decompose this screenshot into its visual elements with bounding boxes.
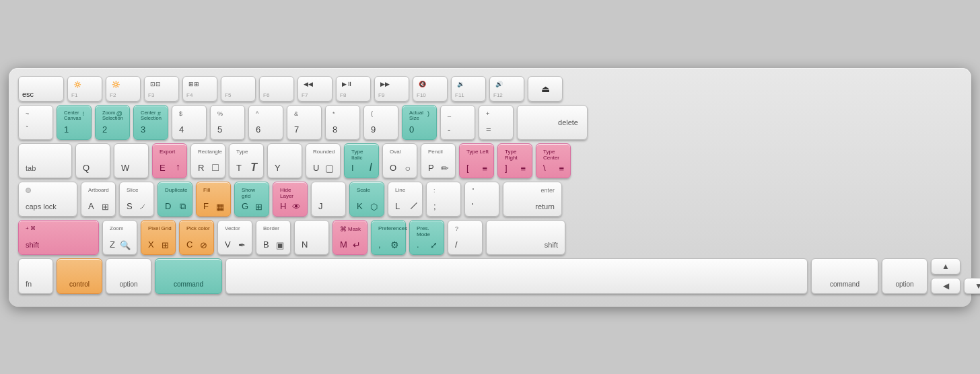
key-f3[interactable]: ⊡⊡ F3 xyxy=(144,76,179,102)
key-command-right[interactable]: command xyxy=(811,258,878,294)
key-slash[interactable]: ? / xyxy=(448,220,483,255)
key-f6[interactable]: F6 xyxy=(259,76,294,102)
key-k[interactable]: Scale K ⬡ xyxy=(349,182,384,217)
key-s[interactable]: Slice S ⟋ xyxy=(119,182,154,217)
key-equals[interactable]: + = xyxy=(479,105,514,140)
key-return[interactable]: enter return xyxy=(503,182,562,217)
key-bracket-right[interactable]: Type Right ] ≡ xyxy=(497,143,532,178)
key-v[interactable]: Vector V ✒ xyxy=(217,220,252,255)
key-f7[interactable]: ◀◀ F7 xyxy=(298,76,332,102)
key-f1[interactable]: 🔅 F1 xyxy=(67,76,102,102)
key-e[interactable]: Export E ↑ xyxy=(152,143,187,178)
key-8[interactable]: * 8 xyxy=(325,105,360,140)
key-delete[interactable]: delete xyxy=(517,105,588,140)
key-space[interactable] xyxy=(225,258,808,294)
keyboard: esc 🔅 F1 🔆 F2 ⊡⊡ F3 ⊞⊞ F4 xyxy=(9,68,971,307)
key-esc[interactable]: esc xyxy=(18,76,64,102)
key-7[interactable]: & 7 xyxy=(287,105,322,140)
key-i[interactable]: Type Italic I I xyxy=(344,143,379,178)
key-5[interactable]: % 5 xyxy=(210,105,245,140)
key-tilde[interactable]: ~ ` xyxy=(18,105,53,140)
key-shift-left[interactable]: + ⌘ shift xyxy=(18,220,99,255)
key-q[interactable]: Q xyxy=(75,143,110,178)
key-option-right[interactable]: option xyxy=(882,258,928,294)
key-w[interactable]: W xyxy=(114,143,149,178)
key-semicolon[interactable]: : ; xyxy=(426,182,461,217)
key-y[interactable]: Y xyxy=(267,143,302,178)
key-4[interactable]: $ 4 xyxy=(172,105,207,140)
key-f5[interactable]: F5 xyxy=(221,76,256,102)
key-tab[interactable]: tab xyxy=(18,143,72,178)
key-f10[interactable]: 🔇 F10 xyxy=(413,76,448,102)
key-period[interactable]: Pres. Mode . ⤢ xyxy=(409,220,444,255)
key-f9[interactable]: ▶▶ F9 xyxy=(374,76,409,102)
key-arrow-up[interactable]: ▲ xyxy=(931,258,960,274)
key-p[interactable]: Pencil P ✏ xyxy=(421,143,456,178)
key-arrow-down[interactable]: ▼ xyxy=(964,278,980,294)
key-9[interactable]: ( 9 xyxy=(363,105,398,140)
key-eject[interactable]: ⏏ xyxy=(528,76,563,102)
key-o[interactable]: Oval O ○ xyxy=(382,143,417,178)
key-2[interactable]: ZoomSelection 2 @ xyxy=(95,105,130,140)
key-u[interactable]: Rounded U ▢ xyxy=(306,143,341,178)
key-f12[interactable]: 🔊 F12 xyxy=(489,76,524,102)
key-t[interactable]: Type T T xyxy=(229,143,264,178)
key-comma[interactable]: Preferences , ⚙ xyxy=(371,220,406,255)
key-n[interactable]: N xyxy=(294,220,329,255)
key-command-left[interactable]: command xyxy=(155,258,222,294)
key-quote[interactable]: " ' xyxy=(464,182,499,217)
key-l[interactable]: Line L | xyxy=(388,182,423,217)
key-bracket-left[interactable]: Type Left [ ≡ xyxy=(459,143,494,178)
key-caps-lock[interactable]: caps lock xyxy=(18,182,77,217)
key-f[interactable]: Fill F ▦ xyxy=(196,182,231,217)
key-0[interactable]: ActualSize 0 ) xyxy=(402,105,437,140)
key-control[interactable]: control xyxy=(57,258,102,294)
key-arrow-left[interactable]: ◀ xyxy=(931,278,960,294)
key-shift-right[interactable]: shift xyxy=(486,220,565,255)
key-b[interactable]: Border B ▣ xyxy=(256,220,291,255)
key-c[interactable]: Pick color C ⊘ xyxy=(179,220,214,255)
key-a[interactable]: Artboard A ⊞ xyxy=(81,182,116,217)
key-option-left[interactable]: option xyxy=(106,258,151,294)
key-minus[interactable]: _ - xyxy=(440,105,475,140)
key-f8[interactable]: ▶⏸ F8 xyxy=(336,76,371,102)
key-3[interactable]: CenterSelection 3 # xyxy=(133,105,168,140)
key-d[interactable]: Duplicate D ⧉ xyxy=(158,182,193,217)
key-f2[interactable]: 🔆 F2 xyxy=(106,76,141,102)
key-f11[interactable]: 🔉 F11 xyxy=(451,76,486,102)
key-f4[interactable]: ⊞⊞ F4 xyxy=(182,76,217,102)
key-x[interactable]: Pixel Grid X ⊞ xyxy=(141,220,176,255)
key-backslash[interactable]: Type Center \ ≡ xyxy=(536,143,571,178)
key-fn[interactable]: fn xyxy=(18,258,53,294)
key-r[interactable]: Rectangle R □ xyxy=(190,143,225,178)
key-g[interactable]: Show grid G ⊞ xyxy=(234,182,269,217)
key-m[interactable]: ⌘Mask M ↵ xyxy=(332,220,368,255)
key-z[interactable]: Zoom Z 🔍 xyxy=(102,220,137,255)
key-j[interactable]: J xyxy=(311,182,346,217)
key-h[interactable]: Hide Layer H 👁 xyxy=(273,182,308,217)
key-6[interactable]: ^ 6 xyxy=(248,105,283,140)
key-1[interactable]: Center Canvas 1 ! xyxy=(57,105,92,140)
